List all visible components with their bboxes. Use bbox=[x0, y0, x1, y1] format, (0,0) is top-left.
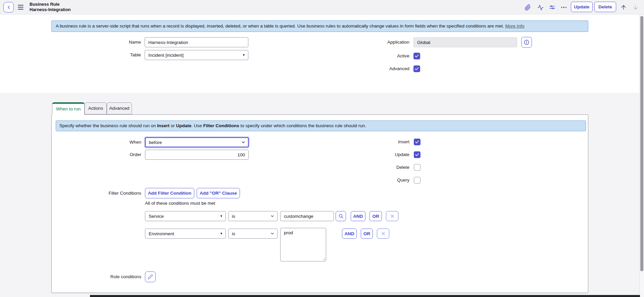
activity-icon[interactable] bbox=[536, 3, 544, 11]
when-label: When bbox=[52, 137, 141, 147]
table-select[interactable]: Incident [incident] bbox=[145, 50, 248, 60]
vertical-scrollbar[interactable] bbox=[639, 14, 644, 297]
table-label: Table bbox=[51, 50, 141, 60]
condition-2-operator-select[interactable]: is bbox=[228, 229, 278, 239]
record-type-title: Business Rule bbox=[30, 2, 71, 7]
info-circle-icon bbox=[524, 39, 530, 45]
delete-label: Delete bbox=[359, 164, 409, 171]
add-or-clause-button[interactable]: Add "OR" Clause bbox=[197, 188, 240, 198]
more-info-link[interactable]: More Info bbox=[505, 23, 524, 29]
chevron-left-icon bbox=[6, 5, 11, 10]
condition-match-text: All of these conditions must be met bbox=[145, 201, 215, 206]
condition-field-select-wrap: Environment ▼ bbox=[145, 229, 226, 239]
role-conditions-label: Role conditions bbox=[52, 271, 141, 282]
back-button[interactable] bbox=[3, 2, 14, 12]
condition-2-and-button[interactable]: AND bbox=[342, 229, 357, 239]
banner-text: to specify under which conditions the bu… bbox=[239, 123, 366, 128]
role-conditions-edit-button[interactable] bbox=[145, 271, 156, 282]
application-label: Application bbox=[320, 37, 409, 47]
when-to-run-panel: Specify whether the business rule should… bbox=[51, 114, 588, 293]
hamburger-icon[interactable] bbox=[18, 5, 23, 10]
sliders-icon[interactable] bbox=[548, 3, 556, 11]
condition-2-field-select[interactable]: Environment bbox=[145, 229, 226, 239]
advanced-label: Advanced bbox=[320, 65, 409, 72]
x-icon bbox=[390, 214, 395, 218]
banner-text: . Use bbox=[191, 123, 203, 128]
application-field bbox=[413, 37, 517, 47]
filter-conditions-label: Filter Conditions bbox=[52, 188, 141, 198]
magnifier-icon bbox=[338, 213, 344, 219]
order-input[interactable] bbox=[145, 150, 249, 160]
banner-bold-filter-conditions: Filter Conditions bbox=[203, 123, 239, 128]
name-input[interactable] bbox=[145, 37, 248, 47]
delete-checkbox[interactable] bbox=[414, 164, 420, 171]
condition-operator-select-wrap: is bbox=[228, 229, 278, 239]
form-header: Business Rule Harness-Integration Update… bbox=[0, 0, 644, 14]
insert-label: Insert bbox=[359, 139, 409, 145]
banner-text: Specify whether the business rule should… bbox=[59, 123, 157, 128]
update-button[interactable]: Update bbox=[571, 2, 593, 12]
when-select[interactable]: before bbox=[145, 137, 249, 147]
condition-1-and-button[interactable]: AND bbox=[351, 211, 365, 221]
advanced-checkbox[interactable] bbox=[413, 65, 420, 72]
when-select-wrap: before bbox=[145, 137, 249, 147]
delete-button[interactable]: Delete bbox=[594, 2, 616, 12]
pencil-icon bbox=[148, 274, 153, 280]
scrollbar-thumb[interactable] bbox=[640, 16, 643, 271]
condition-2-value-wrap: prod bbox=[280, 228, 326, 261]
arrow-down-icon[interactable] bbox=[632, 3, 640, 11]
business-rule-info-banner: A business rule is a server-side script … bbox=[51, 20, 588, 32]
banner-bold-update: Update bbox=[176, 123, 191, 128]
update-checkbox[interactable] bbox=[414, 151, 420, 158]
condition-1-or-button[interactable]: OR bbox=[369, 211, 382, 221]
add-filter-condition-button[interactable]: Add Filter Condition bbox=[145, 188, 194, 198]
name-label: Name bbox=[51, 37, 141, 47]
condition-1-remove-button[interactable] bbox=[386, 211, 398, 221]
application-info-button[interactable] bbox=[521, 37, 532, 48]
table-select-wrap: Incident [incident] ▼ bbox=[145, 50, 248, 60]
tab-when-to-run[interactable]: When to run bbox=[52, 102, 85, 115]
active-label: Active bbox=[320, 53, 409, 59]
query-label: Query bbox=[359, 177, 409, 184]
page-title: Business Rule Harness-Integration bbox=[30, 2, 71, 12]
ellipsis-icon[interactable] bbox=[560, 3, 568, 11]
business-rule-form-screen: Business Rule Harness-Integration Update… bbox=[0, 0, 644, 297]
run-conditions-banner: Specify whether the business rule should… bbox=[56, 120, 586, 131]
banner-bold-insert: Insert bbox=[157, 123, 169, 128]
arrow-up-icon[interactable] bbox=[620, 3, 628, 11]
update-label: Update bbox=[359, 151, 409, 158]
record-name-title: Harness-Integration bbox=[30, 7, 71, 12]
paperclip-icon[interactable] bbox=[524, 3, 532, 11]
condition-operator-select-wrap: is bbox=[228, 211, 278, 221]
query-checkbox[interactable] bbox=[414, 177, 420, 184]
tab-actions[interactable]: Actions bbox=[85, 102, 107, 114]
condition-1-field-select[interactable]: Service bbox=[145, 211, 226, 221]
tab-advanced[interactable]: Advanced bbox=[107, 102, 132, 114]
insert-checkbox[interactable] bbox=[414, 139, 420, 145]
banner-text: or bbox=[169, 123, 176, 128]
condition-1-operator-select[interactable]: is bbox=[228, 211, 278, 221]
condition-1-value-input[interactable] bbox=[280, 211, 334, 221]
info-banner-text: A business rule is a server-side script … bbox=[56, 23, 504, 29]
condition-2-remove-button[interactable] bbox=[377, 229, 389, 239]
active-checkbox[interactable] bbox=[413, 53, 420, 59]
condition-1-search-button[interactable] bbox=[336, 211, 346, 221]
condition-2-or-button[interactable]: OR bbox=[361, 229, 373, 239]
script-editor-edge bbox=[90, 295, 640, 297]
condition-2-value-textarea[interactable]: prod bbox=[280, 228, 326, 261]
x-icon bbox=[381, 231, 386, 236]
order-label: Order bbox=[52, 150, 141, 160]
condition-field-select-wrap: Service ▼ bbox=[145, 211, 226, 221]
